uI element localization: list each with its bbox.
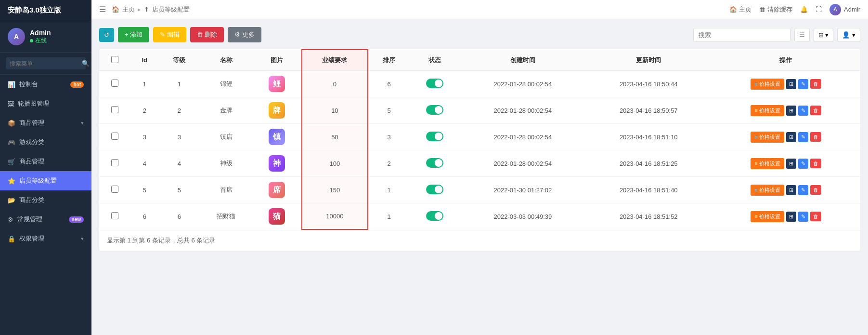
row-select-checkbox[interactable]: [111, 186, 118, 193]
status-toggle[interactable]: [426, 105, 443, 115]
table-view-button[interactable]: ☰: [794, 28, 810, 42]
price-setting-button[interactable]: ≡ 价格设置: [751, 185, 784, 196]
col-name: 名称: [200, 50, 253, 71]
sidebar-item-product-mgmt[interactable]: 📦 商品管理 ▾: [0, 113, 91, 133]
row-select-checkbox[interactable]: [111, 80, 118, 87]
sidebar-item-member-level[interactable]: ⭐ 店员等级配置: [0, 171, 91, 190]
add2-button[interactable]: ⊞: [786, 212, 796, 222]
row-checkbox: [99, 97, 130, 124]
search-box: [693, 28, 790, 42]
edit-row-button[interactable]: ✎: [798, 132, 808, 142]
toolbar: ↺ + 添加 ✎ 编辑 🗑 删除 ⚙ 更多 ☰ ⊞ ▾ 👤 ▾: [99, 27, 860, 42]
row-select-checkbox[interactable]: [111, 106, 118, 113]
add-button[interactable]: + 添加: [118, 27, 149, 42]
level-icon: 牌: [269, 102, 285, 119]
row-sort: 1: [368, 177, 410, 203]
price-icon: ≡: [754, 214, 757, 219]
carousel-icon: 🖼: [8, 100, 14, 107]
edit-row-button[interactable]: ✎: [798, 159, 808, 169]
topbar-avatar: A: [829, 4, 841, 15]
sidebar-item-game-category[interactable]: 🎮 游戏分类: [0, 133, 91, 152]
row-created: 2022-01-28 00:02:54: [460, 71, 585, 97]
price-setting-button[interactable]: ≡ 价格设置: [751, 158, 784, 169]
row-updated: 2023-04-16 18:51:40: [586, 177, 712, 203]
delete-row-button[interactable]: 🗑: [810, 212, 821, 221]
status-toggle[interactable]: [426, 79, 443, 88]
sidebar-search-input[interactable]: [10, 60, 82, 67]
hot-badge: hot: [70, 81, 84, 88]
home-link[interactable]: 🏠 主页: [729, 5, 751, 14]
sidebar-item-permission[interactable]: 🔒 权限管理 ▾: [0, 229, 91, 248]
row-select-checkbox[interactable]: [111, 159, 118, 166]
row-select-checkbox[interactable]: [111, 133, 118, 140]
row-updated: 2023-04-16 18:51:52: [586, 203, 712, 230]
select-all-checkbox[interactable]: [111, 56, 118, 63]
delete-row-button[interactable]: 🗑: [810, 106, 821, 115]
row-updated: 2023-04-16 18:50:57: [586, 97, 712, 124]
plus-icon: ⊞: [789, 134, 793, 140]
menu-toggle-icon[interactable]: ☰: [99, 5, 106, 14]
fullscreen-icon[interactable]: ⛶: [816, 6, 822, 13]
row-select-checkbox[interactable]: [111, 212, 118, 219]
add2-button[interactable]: ⊞: [786, 106, 796, 116]
notification-icon[interactable]: 🔔: [800, 6, 808, 13]
toggle-circle: [435, 106, 442, 114]
add2-button[interactable]: ⊞: [786, 185, 796, 195]
sidebar-item-product-category[interactable]: 📂 商品分类: [0, 190, 91, 210]
sidebar-item-product-list[interactable]: 🛒 商品管理: [0, 152, 91, 171]
avatar: A: [8, 28, 25, 45]
row-level: 1: [159, 71, 200, 97]
row-level: 2: [159, 97, 200, 124]
more-button[interactable]: ⚙ 更多: [228, 27, 261, 42]
add2-button[interactable]: ⊞: [786, 132, 796, 142]
edit-row-button[interactable]: ✎: [798, 212, 808, 222]
search-input[interactable]: [694, 28, 790, 41]
sidebar-item-carousel[interactable]: 🖼 轮播图管理: [0, 94, 91, 113]
delete-row-button[interactable]: 🗑: [810, 159, 821, 168]
row-performance: 150: [302, 177, 368, 203]
row-image: 镇: [253, 124, 302, 150]
grid-view-button[interactable]: ⊞ ▾: [814, 28, 834, 42]
row-actions: ≡ 价格设置 ⊞ ✎ 🗑: [712, 97, 860, 124]
level-icon: 神: [269, 155, 285, 172]
status-toggle[interactable]: [426, 211, 443, 221]
row-performance: 50: [302, 124, 368, 150]
row-created: 2022-01-28 00:02:54: [460, 124, 585, 150]
status-toggle[interactable]: [426, 158, 443, 168]
edit-button[interactable]: ✎ 编辑: [153, 27, 186, 42]
level-icon: 席: [269, 182, 285, 198]
delete-button[interactable]: 🗑 删除: [190, 27, 224, 42]
user-action-button[interactable]: 👤 ▾: [837, 28, 860, 42]
refresh-button[interactable]: ↺: [99, 28, 114, 42]
row-name: 首席: [200, 177, 253, 203]
table-row: 1 1 锦鲤 鲤 0 6 2022-01-28 00:02:54 2023-04…: [99, 71, 860, 97]
row-id: 2: [130, 97, 159, 124]
price-setting-button[interactable]: ≡ 价格设置: [751, 79, 784, 90]
level-icon: 镇: [269, 129, 285, 145]
delete-row-button[interactable]: 🗑: [810, 132, 821, 142]
row-level: 5: [159, 177, 200, 203]
row-status: [410, 177, 460, 203]
sidebar-item-general-mgmt[interactable]: ⚙ 常规管理 new: [0, 210, 91, 229]
price-setting-button[interactable]: ≡ 价格设置: [751, 132, 784, 143]
edit-row-button[interactable]: ✎: [798, 79, 808, 89]
add2-button[interactable]: ⊞: [786, 79, 796, 89]
edit-row-button[interactable]: ✎: [798, 185, 808, 195]
row-checkbox: [99, 71, 130, 97]
price-setting-button[interactable]: ≡ 价格设置: [751, 211, 784, 222]
add2-button[interactable]: ⊞: [786, 159, 796, 169]
row-status: [410, 150, 460, 177]
status-toggle[interactable]: [426, 185, 443, 194]
row-name: 神级: [200, 150, 253, 177]
clear-cache-button[interactable]: 🗑 清除缓存: [759, 5, 792, 14]
row-image: 席: [253, 177, 302, 203]
status-toggle[interactable]: [426, 132, 443, 141]
price-setting-button[interactable]: ≡ 价格设置: [751, 105, 784, 116]
trash-icon: 🗑: [813, 161, 818, 166]
sidebar-item-dashboard[interactable]: 📊 控制台 hot: [0, 75, 91, 94]
edit-row-button[interactable]: ✎: [798, 106, 808, 116]
table-row: 4 4 神级 神 100 2 2022-01-28 00:02:54 2023-…: [99, 150, 860, 177]
price-icon: ≡: [754, 187, 757, 193]
delete-row-button[interactable]: 🗑: [810, 79, 821, 89]
delete-row-button[interactable]: 🗑: [810, 185, 821, 195]
